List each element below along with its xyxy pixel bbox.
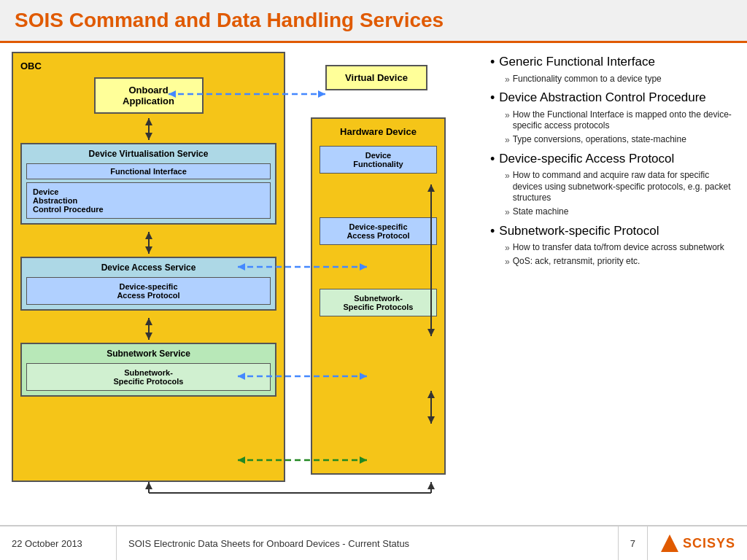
svg-marker-32 xyxy=(661,534,678,552)
das-label: Device Access Service xyxy=(26,262,271,273)
dvs-label: Device Virtualisation Service xyxy=(26,149,271,159)
bullet-main-3: • Device-specific Access Protocol xyxy=(490,152,735,168)
scisys-logo: SCISYS xyxy=(659,533,735,553)
bullet-group-2: • Device Abstraction Control Procedure »… xyxy=(490,90,735,145)
bullet-sub-3-1: » How to command and acquire raw data fo… xyxy=(505,170,735,204)
slide-header: SOIS Command and Data Handling Services xyxy=(0,0,747,43)
bullet-list: • Generic Functional Interface » Functio… xyxy=(490,52,735,514)
bullet-text-1: Generic Functional Interface xyxy=(499,55,655,69)
bullet-sub-text-4-2: QoS: ack, retransmit, priority etc. xyxy=(513,256,640,268)
svg-marker-29 xyxy=(145,482,152,489)
svg-marker-31 xyxy=(427,482,435,489)
obc-label: OBC xyxy=(20,61,276,71)
chevron-2-2: » xyxy=(505,135,510,145)
bullet-sub-text-4-1: How to transfer data to/from device acro… xyxy=(513,242,724,254)
bullet-sub-text-3-2: State machine xyxy=(513,206,569,218)
app-line2: Application xyxy=(123,96,174,106)
bullet-main-1: • Generic Functional Interface xyxy=(490,55,735,71)
scisys-text: SCISYS xyxy=(683,536,735,551)
bullet-group-3: • Device-specific Access Protocol » How … xyxy=(490,152,735,218)
dacp-box: Device Abstraction Control Procedure xyxy=(26,182,271,219)
sn-label: Subnetwork Service xyxy=(26,349,271,359)
bullet-group-4: • Subnetwork-specific Protocol » How to … xyxy=(490,224,735,268)
scisys-icon-svg xyxy=(659,533,680,553)
footer-slide-title: SOIS Electronic Data Sheets for Onboard … xyxy=(117,526,619,560)
bullet-text-4: Subnetwork-specific Protocol xyxy=(499,224,659,238)
footer: 22 October 2013 SOIS Electronic Data She… xyxy=(0,525,747,560)
svg-marker-8 xyxy=(145,318,152,325)
hw-box: Hardware Device Device Functionality Dev… xyxy=(311,117,446,475)
bullet-dot-4: • xyxy=(490,224,495,240)
svg-marker-7 xyxy=(145,332,152,340)
diagram-area: OBC Onboard Application Device Virtualis… xyxy=(12,52,479,514)
arrow-das-sn xyxy=(20,318,276,340)
obc-box: OBC Onboard Application Device Virtualis… xyxy=(12,52,285,482)
svg-marker-1 xyxy=(145,133,152,140)
slide-title: SOIS Command and Data Handling Services xyxy=(15,9,732,32)
bullet-sub-text-2-1: How the Functional Interface is mapped o… xyxy=(513,109,735,132)
chevron-4-2: » xyxy=(505,257,510,267)
chevron-3-2: » xyxy=(505,207,510,217)
bullet-dot-3: • xyxy=(490,152,495,168)
dsap-box: Device-specific Access Protocol xyxy=(26,277,271,305)
dvs-section: Device Virtualisation Service Functional… xyxy=(20,143,276,225)
svg-marker-10 xyxy=(318,90,325,98)
diagram-wrapper: OBC Onboard Application Device Virtualis… xyxy=(12,52,464,518)
bullet-sub-text-2-2: Type conversions, operations, state-mach… xyxy=(513,134,686,146)
bullet-sub-text-3-1: How to command and acquire raw data for … xyxy=(513,170,735,204)
footer-page-number: 7 xyxy=(619,526,648,560)
bullet-sub-2-2: » Type conversions, operations, state-ma… xyxy=(505,134,735,146)
chevron-3-1: » xyxy=(505,171,510,181)
hw-snp-box: Subnetwork- Specific Protocols xyxy=(320,289,437,316)
svg-marker-2 xyxy=(145,118,152,125)
das-section: Device Access Service Device-specific Ac… xyxy=(20,257,276,311)
sn-section: Subnetwork Service Subnetwork- Specific … xyxy=(20,343,276,397)
chevron-2-1: » xyxy=(505,110,510,120)
bullet-text-2: Device Abstraction Control Procedure xyxy=(499,90,705,105)
bullet-sub-3-2: » State machine xyxy=(505,206,735,218)
main-content: OBC Onboard Application Device Virtualis… xyxy=(0,43,747,523)
hw-dsap-box: Device-specific Access Protocol xyxy=(320,217,437,245)
bullet-sub-text-1-1: Functionality common to a device type xyxy=(513,74,662,85)
app-line1: Onboard xyxy=(128,85,168,96)
footer-logo: SCISYS xyxy=(648,526,747,560)
arrow-dvs-das xyxy=(20,232,276,254)
footer-date: 22 October 2013 xyxy=(0,526,117,560)
chevron-1-1: » xyxy=(505,74,510,85)
arrow-app-dvs xyxy=(20,118,276,140)
svg-marker-4 xyxy=(145,246,152,254)
df-box: Device Functionality xyxy=(320,146,437,174)
bullet-main-4: • Subnetwork-specific Protocol xyxy=(490,224,735,240)
bullet-sub-2-1: » How the Functional Interface is mapped… xyxy=(505,109,735,132)
svg-marker-5 xyxy=(145,232,152,239)
snp-box: Subnetwork- Specific Protocols xyxy=(26,363,271,391)
bullet-group-1: • Generic Functional Interface » Functio… xyxy=(490,55,735,85)
bullet-dot-2: • xyxy=(490,90,495,106)
app-box: Onboard Application xyxy=(94,77,204,114)
bullet-sub-4-1: » How to transfer data to/from device ac… xyxy=(505,242,735,254)
chevron-4-1: » xyxy=(505,243,510,253)
bullet-sub-4-2: » QoS: ack, retransmit, priority etc. xyxy=(505,256,735,268)
bullet-text-3: Device-specific Access Protocol xyxy=(499,152,674,166)
fi-box: Functional Interface xyxy=(26,163,271,179)
bullet-main-2: • Device Abstraction Control Procedure xyxy=(490,90,735,106)
bullet-sub-1-1: » Functionality common to a device type xyxy=(505,74,735,85)
hw-label: Hardware Device xyxy=(320,126,437,137)
vd-box: Virtual Device xyxy=(325,65,427,90)
bullet-dot-1: • xyxy=(490,55,495,71)
